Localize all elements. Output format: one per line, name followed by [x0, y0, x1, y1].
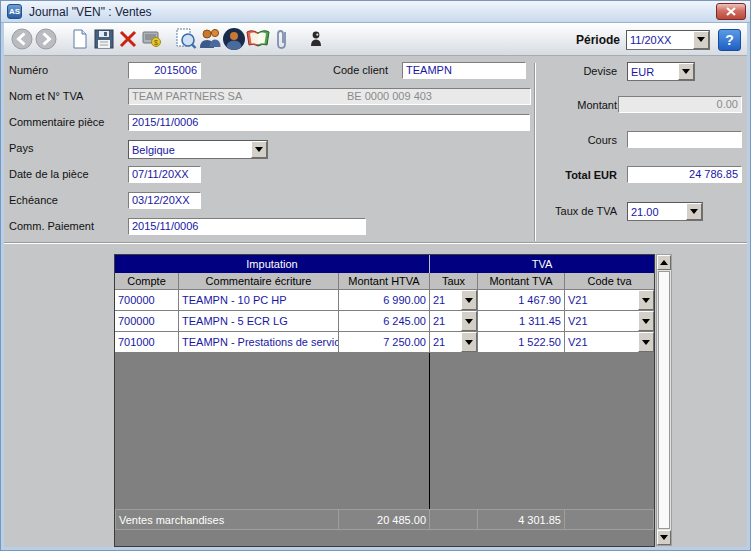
taux-tva-label: Taux de TVA	[511, 203, 617, 220]
col-compte: Compte	[115, 273, 179, 290]
table-row: 700000 TEAMPN - 10 PC HP 6 990.00 21 1 4…	[115, 290, 654, 311]
taux-tva-dropdown-button[interactable]	[686, 203, 702, 220]
montant-tva-cell[interactable]: 1 467.90	[478, 290, 565, 311]
summary-montant-tva: 4 301.85	[478, 509, 565, 530]
taux-value: 21	[430, 311, 461, 331]
code-tva-value: V21	[565, 332, 638, 352]
taux-cell[interactable]: 21	[430, 332, 478, 353]
client-name-value: TEAM PARTNERS SA	[132, 89, 347, 104]
attachment-button[interactable]	[270, 27, 294, 51]
scroll-down-button[interactable]	[657, 530, 671, 545]
clients-button[interactable]	[198, 27, 222, 51]
person-button[interactable]	[304, 27, 328, 51]
numero-field[interactable]: 2015006	[128, 62, 201, 79]
date-piece-field[interactable]: 07/11/20XX	[128, 166, 201, 183]
code-tva-cell[interactable]: V21	[565, 311, 654, 332]
col-taux: Taux	[430, 273, 478, 290]
compte-cell[interactable]: 701000	[115, 332, 179, 353]
chevron-down-icon	[465, 319, 473, 324]
comm-paiement-field[interactable]: 2015/11/0006	[128, 218, 366, 235]
summary-code-tva-empty	[565, 509, 654, 530]
commentaire-piece-field[interactable]: 2015/11/0006	[128, 114, 530, 131]
accounting-entry-button[interactable]: $	[140, 27, 164, 51]
cours-label: Cours	[511, 132, 617, 149]
help-button[interactable]: ?	[718, 29, 741, 51]
code-tva-cell[interactable]: V21	[565, 332, 654, 353]
period-dropdown-button[interactable]	[693, 31, 709, 49]
cours-field[interactable]	[627, 131, 742, 148]
chevron-down-icon	[642, 319, 650, 324]
close-button[interactable]	[716, 3, 746, 20]
window-frame-bottom	[1, 547, 750, 550]
montant-htva-cell[interactable]: 6 990.00	[339, 290, 430, 311]
clients-icon	[198, 28, 222, 50]
taux-value: 21	[430, 290, 461, 310]
taux-dropdown-button[interactable]	[461, 332, 477, 352]
code-tva-value: V21	[565, 311, 638, 331]
code-tva-dropdown-button[interactable]	[638, 311, 654, 331]
commentaire-cell[interactable]: TEAMPN - 10 PC HP	[179, 290, 339, 311]
summary-row: Ventes marchandises 20 485.00 4 301.85	[115, 509, 654, 530]
commentaire-cell[interactable]: TEAMPN - 5 ECR LG	[179, 311, 339, 332]
taux-dropdown-button[interactable]	[461, 290, 477, 310]
chevron-down-icon	[642, 298, 650, 303]
contact-button[interactable]	[222, 27, 246, 51]
taux-cell[interactable]: 21	[430, 311, 478, 332]
back-icon	[11, 28, 33, 50]
table-row: 701000 TEAMPN - Prestations de service 7…	[115, 332, 654, 353]
compte-cell[interactable]: 700000	[115, 311, 179, 332]
devise-dropdown-button[interactable]	[678, 63, 694, 80]
back-button[interactable]	[10, 27, 34, 51]
form-horizontal-divider	[4, 242, 749, 244]
chevron-down-icon	[697, 37, 705, 42]
echeance-label: Echéance	[9, 192, 58, 209]
new-document-icon	[70, 29, 90, 49]
code-tva-cell[interactable]: V21	[565, 290, 654, 311]
montant-htva-cell[interactable]: 7 250.00	[339, 332, 430, 353]
chevron-down-icon	[465, 298, 473, 303]
scroll-up-button[interactable]	[657, 255, 671, 270]
montant-htva-cell[interactable]: 6 245.00	[339, 311, 430, 332]
app-window: AS Journal "VEN" : Ventes	[0, 0, 751, 551]
summary-taux-empty	[430, 509, 478, 530]
grid-scrollbar[interactable]	[656, 254, 672, 546]
devise-value: EUR	[628, 66, 678, 78]
echeance-field[interactable]: 03/12/20XX	[128, 192, 201, 209]
pays-dropdown-button[interactable]	[251, 141, 267, 158]
col-montant-htva: Montant HTVA	[339, 273, 430, 290]
taux-dropdown-button[interactable]	[461, 311, 477, 331]
grid-empty-tva	[430, 353, 654, 509]
app-icon: AS	[7, 4, 22, 19]
print-preview-button[interactable]	[174, 27, 198, 51]
commentaire-cell[interactable]: TEAMPN - Prestations de service	[179, 332, 339, 353]
pays-combo[interactable]: Belgique	[128, 140, 268, 159]
scrollbar-thumb[interactable]	[658, 271, 670, 529]
vat-number-value: BE 0000 009 403	[347, 89, 432, 104]
grid-group-header: Imputation TVA	[115, 255, 654, 273]
grid-column-header: Compte Commentaire écriture Montant HTVA…	[115, 273, 654, 290]
chevron-down-icon	[465, 340, 473, 345]
new-document-button[interactable]	[68, 27, 92, 51]
window-frame-left	[1, 23, 4, 551]
summary-label: Ventes marchandises	[115, 509, 339, 530]
montant-tva-cell[interactable]: 1 522.50	[478, 332, 565, 353]
accounting-entry-icon: $	[141, 29, 163, 49]
code-tva-dropdown-button[interactable]	[638, 332, 654, 352]
montant-tva-cell[interactable]: 1 311.45	[478, 311, 565, 332]
delete-button[interactable]	[116, 27, 140, 51]
chevron-down-icon	[255, 147, 263, 152]
period-combo[interactable]: 11/20XX	[626, 30, 710, 50]
code-client-field[interactable]: TEAMPN	[402, 62, 526, 79]
catalog-book-button[interactable]	[246, 27, 270, 51]
taux-cell[interactable]: 21	[430, 290, 478, 311]
taux-tva-combo[interactable]: 21.00	[627, 202, 703, 221]
code-tva-dropdown-button[interactable]	[638, 290, 654, 310]
save-button[interactable]	[92, 27, 116, 51]
devise-combo[interactable]: EUR	[627, 62, 695, 81]
chevron-down-icon	[660, 535, 668, 540]
taux-value: 21	[430, 332, 461, 352]
compte-cell[interactable]: 700000	[115, 290, 179, 311]
forward-button[interactable]	[34, 27, 58, 51]
forward-icon	[35, 28, 57, 50]
entries-grid: Imputation TVA Compte Commentaire écritu…	[114, 254, 655, 547]
